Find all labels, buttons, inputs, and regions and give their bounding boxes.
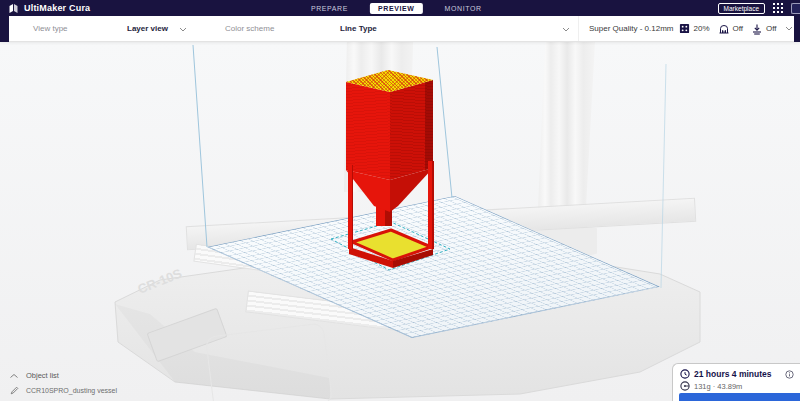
printer-model-label: CR-10S (136, 265, 185, 296)
right-panel-edge (794, 16, 800, 42)
material-row: 131g · 43.89m (680, 381, 794, 391)
tab-preview[interactable]: PREVIEW (370, 3, 422, 14)
print-time-row: 21 hours 4 minutes (680, 369, 794, 379)
object-item-name: CCR10SPRO_dusting vessel (26, 387, 117, 394)
stage-tabs: PREPARE PREVIEW MONITOR (303, 0, 490, 16)
print-time: 21 hours 4 minutes (694, 369, 771, 379)
preview-toolbar: View type Layer view Color scheme Line T… (0, 16, 800, 42)
chevron-down-icon (562, 27, 570, 32)
view-type-label: View type (33, 24, 68, 33)
navy-notch (0, 16, 9, 42)
adhesion-icon (751, 23, 763, 35)
color-scheme-label: Color scheme (225, 24, 274, 33)
material-usage: 131g · 43.89m (694, 382, 742, 391)
ultimaker-logo (8, 3, 19, 14)
tab-monitor[interactable]: MONITOR (437, 3, 490, 14)
filament-spool-icon (680, 381, 690, 391)
print-settings-summary[interactable]: Super Quality - 0.12mm 20% (578, 16, 793, 41)
infill-icon (679, 23, 690, 34)
infill-setting: 20% (679, 23, 709, 34)
info-icon[interactable] (785, 370, 794, 379)
topbar-right: Marketplace (718, 2, 792, 14)
object-list-item[interactable]: CCR10SPRO_dusting vessel (10, 386, 117, 395)
infill-value: 20% (693, 24, 709, 33)
support-value: Off (733, 24, 744, 33)
object-list-title: Object list (26, 371, 59, 380)
view-type-dropdown[interactable]: View type Layer view (9, 16, 195, 41)
app-title: UltiMaker Cura (24, 3, 90, 13)
clock-icon (680, 369, 690, 379)
chevron-down-icon (179, 27, 187, 32)
marketplace-button[interactable]: Marketplace (718, 3, 765, 14)
pencil-icon (10, 386, 19, 395)
signin-button-cut[interactable] (791, 3, 800, 14)
object-list-panel: Object list CCR10SPRO_dusting vessel (10, 371, 117, 395)
top-bar: UltiMaker Cura PREPARE PREVIEW MONITOR M… (0, 0, 800, 16)
model-frame-leg[interactable] (348, 165, 353, 249)
adhesion-setting: Off (751, 23, 777, 35)
tab-prepare[interactable]: PREPARE (303, 3, 356, 14)
chevron-down-icon[interactable] (785, 26, 793, 31)
support-icon (718, 23, 730, 35)
object-list-header[interactable]: Object list (10, 371, 117, 380)
view-type-value: Layer view (127, 24, 168, 33)
model-frame-leg[interactable] (428, 161, 434, 249)
color-scheme-dropdown[interactable]: Color scheme Line Type (195, 16, 578, 41)
support-setting: Off (718, 23, 744, 35)
profile-value: Super Quality - 0.12mm (589, 24, 673, 33)
output-action-button[interactable] (679, 393, 800, 401)
print-summary-card: 21 hours 4 minutes 131g · 43.89m (672, 363, 800, 401)
adhesion-value: Off (766, 24, 777, 33)
print-settings-values: 20% Off (679, 23, 792, 35)
model-body-right-face[interactable] (390, 80, 433, 180)
apps-grid-icon[interactable] (772, 2, 784, 14)
chevron-up-icon (10, 374, 18, 378)
3d-viewport[interactable]: CR-10S (0, 42, 800, 401)
cura-window: UltiMaker Cura PREPARE PREVIEW MONITOR M… (0, 0, 800, 401)
color-scheme-value: Line Type (340, 24, 377, 33)
brand: UltiMaker Cura (8, 3, 90, 14)
